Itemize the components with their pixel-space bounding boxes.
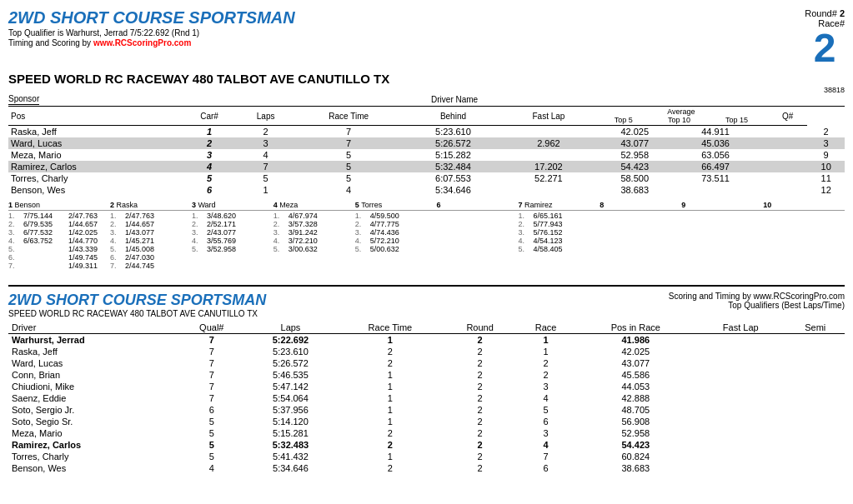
qual-row-1: Raska, Jeff 7 5:23.610 2 2 1 42.025 — [8, 346, 845, 357]
lap-num: 7. — [8, 262, 20, 270]
lap-row-0-5: 6. 1/49.745 — [8, 253, 110, 262]
qual-driver: Raska, Jeff — [8, 346, 178, 357]
qual-qual: 5 — [178, 439, 245, 451]
qual-laps: 5:14.120 — [245, 416, 337, 427]
lap-car-name: Ward — [198, 201, 215, 209]
lap-car-num: 10 — [763, 201, 771, 209]
race-cell-fast: 54.423 — [595, 161, 675, 172]
qual-driver: Torres, Charly — [8, 451, 178, 462]
lap-time1: 5/76.152 — [533, 228, 575, 237]
qual-driver: Meza, Mario — [8, 427, 178, 439]
race-cell-car: 7 — [238, 161, 294, 172]
lap-row-0-3: 4. 6/63.752 1/44.770 — [8, 237, 110, 245]
lap-row-1-4: 5. 1/45.008 — [110, 245, 192, 253]
lap-num: 7. — [110, 262, 122, 270]
lap-time1: 6/77.532 — [23, 228, 65, 237]
race-row-3: Ramirez, Carlos 4 7 5 5:32.484 17.202 54… — [8, 161, 845, 172]
race-cell-laps: 5 — [294, 149, 403, 161]
qual-pos: 52.958 — [576, 427, 696, 439]
race-row-0: Raska, Jeff 1 2 7 5:23.610 42.025 44.911… — [8, 126, 845, 138]
qual-time: 1 — [336, 416, 444, 427]
qual-round: 2 — [444, 381, 515, 392]
lap-row-2-1: 2. 2/52.171 — [192, 220, 273, 228]
lap-num: 5. — [192, 245, 203, 253]
th-top15: Top 15 — [725, 116, 748, 124]
lap-row-2-3: 4. 3/55.769 — [192, 237, 273, 245]
lap-num: 2. — [110, 220, 122, 228]
lap-num: 3. — [518, 228, 529, 237]
lap-num: 4. — [192, 237, 203, 245]
qual-race: 4 — [516, 392, 576, 404]
lap-time2: 1/49.745 — [68, 253, 110, 262]
timing-text: Timing and Scoring by — [8, 38, 93, 47]
qual-driver: Warhurst, Jerrad — [8, 334, 178, 347]
lap-car-name: Torres — [361, 201, 382, 209]
lap-num: 6. — [110, 253, 122, 262]
lap-time1: 2/44.745 — [125, 262, 167, 270]
lap-row-3-1: 2. 3/57.328 — [273, 220, 355, 228]
qual-row-3: Conn, Brian 7 5:46.535 1 2 2 45.586 — [8, 369, 845, 381]
lap-col-header-5: 5 Torres — [355, 201, 437, 211]
qual-pos: 42.025 — [576, 346, 696, 357]
race-cell-car: 4 — [238, 149, 294, 161]
qual-round: 2 — [444, 392, 515, 404]
lap-time1: 5/77.943 — [533, 220, 575, 228]
qual-time: 2 — [336, 462, 444, 474]
race-cell-fast: 52.958 — [595, 149, 675, 161]
race-cell-car: 1 — [238, 184, 294, 196]
lap-time1: 3/72.210 — [289, 237, 330, 245]
qual-round: 2 — [444, 451, 515, 462]
lap-col-4: 4 Meza 1. 4/67.974 2. 3/57.328 3. 3/91.2… — [273, 201, 355, 270]
race-cell-behind — [503, 149, 595, 161]
lap-num: 5. — [110, 245, 122, 253]
lap-row-0-1: 2. 6/79.535 1/44.657 — [8, 220, 110, 228]
section-divider — [8, 285, 845, 287]
lap-row-2-4: 5. 3/52.958 — [192, 245, 273, 253]
qual-qual: 5 — [178, 451, 245, 462]
qual-semi — [785, 392, 845, 404]
lap-col-header-9: 9 — [681, 201, 763, 211]
lap-num: 5. — [273, 245, 285, 253]
lap-time2: 1/44.770 — [68, 237, 110, 245]
qual-semi — [785, 462, 845, 474]
race-cell-top15 — [768, 149, 807, 161]
qual-race: 1 — [516, 346, 576, 357]
qual-qual: 5 — [178, 416, 245, 427]
lap-time1: 3/48.620 — [207, 212, 248, 220]
qual-row-8: Meza, Mario 5 5:15.281 2 2 3 52.958 — [8, 427, 845, 439]
race-cell-top10 — [755, 161, 768, 172]
qual-round: 2 — [444, 427, 515, 439]
qual-round: 2 — [444, 404, 515, 416]
race-cell-laps: 7 — [294, 137, 403, 149]
th-pos: Pos — [8, 107, 181, 126]
lap-time1: 2/43.077 — [207, 228, 248, 237]
qual-fast — [695, 369, 785, 381]
lap-car-num: 5 — [355, 201, 359, 209]
qual-pos: 38.683 — [576, 462, 696, 474]
race-cell-time: 5:32.484 — [404, 161, 503, 172]
lap-row-0-4: 5. 1/43.339 — [8, 245, 110, 253]
qual-laps: 5:15.281 — [245, 427, 337, 439]
race-cell-q: 2 — [807, 126, 845, 138]
top-qual-right: Top Qualifiers (Best Laps/Time) — [669, 301, 845, 310]
qual-fast — [695, 451, 785, 462]
lap-car-num: 2 — [110, 201, 114, 209]
lap-car-num: 8 — [600, 201, 604, 209]
round-line: Round# 2 — [805, 8, 845, 18]
qual-race: 3 — [516, 381, 576, 392]
lap-row-3-2: 3. 3/91.242 — [273, 228, 355, 237]
race-cell-car: 5 — [238, 172, 294, 184]
lap-row-0-0: 1. 7/75.144 2/47.763 — [8, 212, 110, 220]
lap-time1: 4/74.436 — [370, 228, 412, 237]
qual-semi — [785, 346, 845, 357]
lap-time2: 2/47.763 — [68, 212, 110, 220]
qual-qual: 4 — [178, 462, 245, 474]
race-row-2: Meza, Mario 3 4 5 5:15.282 52.958 63.056… — [8, 149, 845, 161]
lap-row-6-4: 5. 4/58.405 — [518, 245, 600, 253]
race-cell-name: Meza, Mario — [8, 149, 181, 161]
qth-posinrace: Pos in Race — [576, 322, 696, 334]
race-cell-top15 — [768, 161, 807, 172]
lap-col-header-6: 6 — [437, 201, 519, 211]
qth-round: Round — [444, 322, 515, 334]
qual-round: 2 — [444, 357, 515, 369]
